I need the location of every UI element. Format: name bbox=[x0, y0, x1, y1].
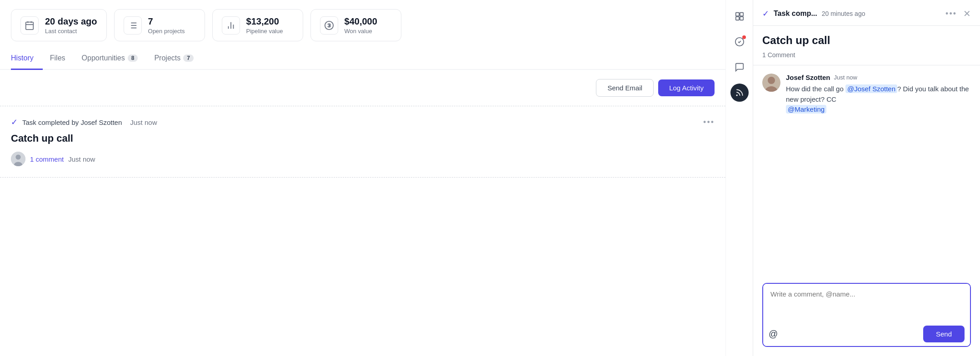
svg-point-25 bbox=[768, 77, 775, 84]
svg-point-23 bbox=[736, 94, 737, 96]
stat-value-won: $40,000 bbox=[345, 16, 377, 27]
log-activity-button[interactable]: Log Activity bbox=[658, 79, 715, 96]
panel-header: ✓ Task comp... 20 minutes ago ••• ✕ bbox=[753, 0, 980, 26]
comment-section: Josef Szotten Just now How did the call … bbox=[753, 65, 980, 283]
tab-history-label: History bbox=[11, 54, 34, 62]
stat-label-won: Won value bbox=[345, 28, 377, 35]
tab-projects-badge: 7 bbox=[183, 54, 194, 62]
stats-row: 20 days ago Last contact 7 Open projects bbox=[0, 0, 725, 49]
activity-header: ✓ Task completed by Josef Szotten Just n… bbox=[11, 117, 715, 127]
chart-icon bbox=[222, 16, 240, 35]
stat-open-projects: 7 Open projects bbox=[114, 9, 205, 41]
comment-input[interactable] bbox=[763, 284, 970, 320]
panel-header-right: ••• ✕ bbox=[945, 8, 971, 19]
rss-icon-button[interactable] bbox=[730, 84, 749, 102]
tab-files[interactable]: Files bbox=[50, 49, 75, 70]
mention-josef[interactable]: @Josef Szotten bbox=[845, 84, 897, 93]
stat-info-open-projects: 7 Open projects bbox=[148, 16, 185, 35]
stat-label-last-contact: Last contact bbox=[45, 28, 97, 35]
svg-rect-18 bbox=[735, 13, 739, 16]
action-bar: Send Email Log Activity bbox=[0, 70, 725, 106]
stat-value-pipeline: $13,200 bbox=[246, 16, 283, 27]
comment-text: How did the call go @Josef Szotten? Did … bbox=[786, 84, 971, 115]
activity-footer: 1 comment Just now bbox=[11, 152, 715, 166]
send-comment-button[interactable]: Send bbox=[923, 326, 965, 342]
list-icon bbox=[124, 16, 142, 35]
comment-author-row: Josef Szotten Just now bbox=[786, 74, 971, 81]
panel-task-name: Task comp... bbox=[774, 10, 817, 18]
svg-point-16 bbox=[15, 154, 20, 159]
stat-info-pipeline: $13,200 Pipeline value bbox=[246, 16, 283, 35]
comment-timestamp: Just now bbox=[834, 74, 857, 81]
send-email-button[interactable]: Send Email bbox=[596, 79, 654, 97]
check-circle-icon-button[interactable] bbox=[730, 33, 749, 51]
activity-title-text: Task completed by Josef Szotten bbox=[22, 119, 122, 126]
main-content: 20 days ago Last contact 7 Open projects bbox=[0, 0, 725, 356]
mention-marketing[interactable]: @Marketing bbox=[786, 105, 826, 114]
panel-more-button[interactable]: ••• bbox=[945, 9, 957, 19]
panel-title: Catch up call bbox=[753, 26, 980, 47]
tab-files-label: Files bbox=[50, 54, 65, 62]
tab-history[interactable]: History bbox=[11, 49, 43, 70]
stat-value-last-contact: 20 days ago bbox=[45, 16, 97, 27]
stat-pipeline-value: $13,200 Pipeline value bbox=[212, 9, 303, 41]
tab-projects[interactable]: Projects 7 bbox=[154, 49, 202, 70]
comment-author: Josef Szotten bbox=[786, 74, 830, 81]
dollar-icon bbox=[320, 16, 338, 35]
stat-last-contact: 20 days ago Last contact bbox=[11, 9, 107, 41]
panel-task-check-icon: ✓ bbox=[762, 9, 769, 19]
notification-dot bbox=[742, 35, 746, 39]
activity-time: Just now bbox=[130, 119, 157, 126]
stat-info-won: $40,000 Won value bbox=[345, 16, 377, 35]
activity-avatar bbox=[11, 152, 25, 166]
activity-item: ✓ Task completed by Josef Szotten Just n… bbox=[0, 106, 725, 178]
tab-opportunities[interactable]: Opportunities 8 bbox=[82, 49, 147, 70]
comment-link[interactable]: 1 comment bbox=[30, 155, 64, 163]
stat-label-open-projects: Open projects bbox=[148, 28, 185, 35]
comment-text-before: How did the call go bbox=[786, 85, 845, 93]
sidebar-icons bbox=[725, 0, 753, 356]
activity-more-button[interactable]: ••• bbox=[703, 118, 715, 127]
comment-input-footer: @ Send bbox=[763, 322, 970, 346]
tab-projects-label: Projects bbox=[154, 54, 180, 62]
panel-comment-count: 1 Comment bbox=[753, 47, 980, 65]
chat-icon-button[interactable] bbox=[730, 58, 749, 76]
comment-avatar bbox=[762, 74, 780, 92]
svg-rect-19 bbox=[740, 13, 743, 16]
at-mention-icon[interactable]: @ bbox=[769, 329, 778, 339]
panel-task-time: 20 minutes ago bbox=[822, 10, 865, 17]
task-complete-icon: ✓ bbox=[11, 117, 18, 127]
stat-won-value: $40,000 Won value bbox=[310, 9, 401, 41]
panel-header-left: ✓ Task comp... 20 minutes ago bbox=[762, 9, 865, 19]
activity-name: Catch up call bbox=[11, 133, 715, 144]
stat-info-last-contact: 20 days ago Last contact bbox=[45, 16, 97, 35]
tab-opportunities-badge: 8 bbox=[128, 54, 138, 62]
layout-icon-button[interactable] bbox=[730, 7, 749, 25]
stat-value-open-projects: 7 bbox=[148, 16, 185, 27]
tabs-row: History Files Opportunities 8 Projects 7 bbox=[0, 49, 725, 70]
stat-label-pipeline: Pipeline value bbox=[246, 28, 283, 35]
svg-rect-21 bbox=[740, 17, 743, 20]
right-panel: ✓ Task comp... 20 minutes ago ••• ✕ Catc… bbox=[753, 0, 980, 356]
comment-item: Josef Szotten Just now How did the call … bbox=[762, 74, 971, 115]
comment-input-area: @ Send bbox=[762, 283, 971, 347]
comment-time: Just now bbox=[68, 155, 95, 163]
activity-title-row: ✓ Task completed by Josef Szotten Just n… bbox=[11, 117, 157, 127]
calendar-icon bbox=[20, 16, 39, 35]
svg-rect-20 bbox=[735, 17, 739, 20]
comment-content: Josef Szotten Just now How did the call … bbox=[786, 74, 971, 115]
tab-opportunities-label: Opportunities bbox=[82, 54, 125, 62]
panel-close-button[interactable]: ✕ bbox=[963, 8, 971, 19]
svg-rect-0 bbox=[26, 22, 34, 29]
